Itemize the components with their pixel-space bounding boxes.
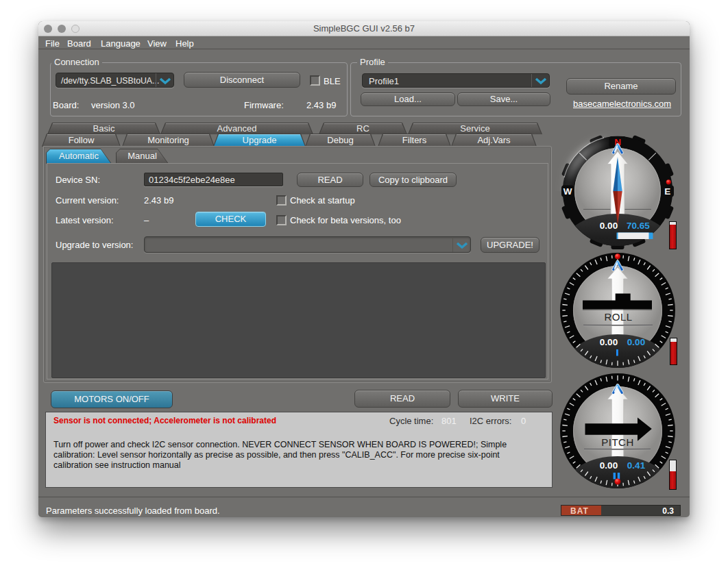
svg-text:W: W [563, 186, 572, 197]
svg-text:0.41: 0.41 [627, 460, 646, 471]
svg-text:70.65: 70.65 [627, 221, 650, 231]
svg-text:E: E [664, 186, 670, 197]
svg-text:0.00: 0.00 [627, 337, 645, 347]
svg-text:0.00: 0.00 [600, 337, 618, 347]
svg-text:0.00: 0.00 [600, 221, 618, 231]
svg-text:PITCH: PITCH [601, 436, 634, 448]
svg-text:ROLL: ROLL [604, 311, 632, 323]
svg-text:0.00: 0.00 [600, 460, 618, 471]
